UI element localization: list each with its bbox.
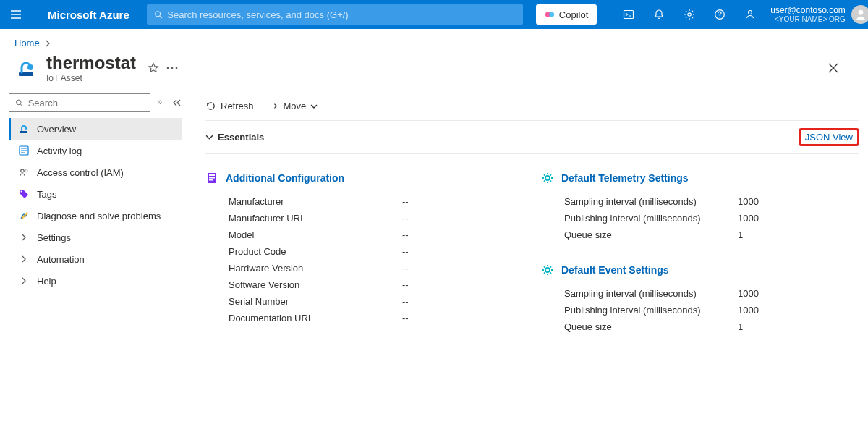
svg-point-13 [176, 67, 178, 69]
notifications-icon[interactable] [644, 0, 673, 29]
brand-label[interactable]: Microsoft Azure [48, 9, 129, 21]
settings-gear-icon[interactable] [675, 0, 704, 29]
topbar-icon-group [614, 0, 765, 29]
right-column: Default Telemetry Settings Sampling inte… [541, 172, 859, 335]
kv-value: 1000 [738, 305, 759, 316]
sidebar: Overview Activity log Access control (IA… [0, 88, 188, 335]
copilot-icon [545, 9, 555, 20]
additional-config-section: Additional Configuration Manufacturer-- … [205, 172, 524, 335]
sidebar-item-diagnose[interactable]: Diagnose and solve problems [9, 205, 182, 227]
section-header-event: Default Event Settings [541, 263, 859, 276]
global-search[interactable] [147, 4, 523, 25]
chevron-right-icon [18, 275, 30, 287]
kv-key: Hardware Version [229, 263, 402, 274]
telemetry-section: Default Telemetry Settings Sampling inte… [541, 172, 859, 243]
essentials-row: Essentials JSON View [205, 121, 859, 153]
essentials-toggle[interactable]: Essentials [205, 132, 264, 143]
chevron-down-icon [205, 133, 213, 141]
config-icon [205, 172, 218, 185]
breadcrumb-item[interactable]: Home [14, 38, 40, 48]
sidebar-item-tags[interactable]: Tags [9, 183, 182, 205]
section-title: Default Telemetry Settings [561, 172, 689, 184]
kv-key: Queue size [564, 321, 738, 332]
essentials-label: Essentials [218, 132, 264, 143]
kv-row: Sampling interval (milliseconds)1000 [541, 193, 859, 210]
sidebar-item-activity-log[interactable]: Activity log [9, 140, 182, 161]
overview-icon [18, 123, 30, 135]
move-button[interactable]: Move [268, 101, 318, 111]
toolbar: Refresh Move [205, 93, 859, 120]
svg-point-27 [545, 268, 550, 272]
iot-asset-icon [14, 56, 38, 80]
refresh-icon [205, 101, 216, 111]
svg-point-26 [545, 176, 550, 180]
svg-point-14 [16, 100, 21, 105]
search-icon [154, 10, 163, 20]
refresh-button[interactable]: Refresh [205, 101, 254, 111]
kv-row: Model-- [205, 227, 524, 243]
section-header-additional-config: Additional Configuration [205, 172, 524, 185]
sidebar-item-settings[interactable]: Settings [9, 227, 182, 248]
kv-key: Manufacturer [229, 196, 402, 207]
sidebar-item-overview[interactable]: Overview [9, 118, 182, 140]
sidebar-item-label: Diagnose and solve problems [37, 211, 161, 221]
sidebar-item-label: Tags [37, 189, 56, 200]
cloud-shell-icon[interactable] [614, 0, 643, 29]
sidebar-item-label: Automation [37, 254, 85, 265]
svg-point-0 [155, 11, 160, 16]
sidebar-item-help[interactable]: Help [9, 270, 182, 292]
page-subtitle: IoT Asset [46, 73, 136, 83]
json-view-link[interactable]: JSON View [805, 132, 853, 143]
help-icon[interactable] [705, 0, 734, 29]
content: Refresh Move Essentials JSON View [188, 88, 868, 335]
kv-value: 1000 [738, 288, 759, 299]
account-user: user@contoso.com [770, 5, 846, 15]
avatar[interactable] [851, 5, 868, 24]
svg-point-21 [21, 191, 22, 193]
kv-value: -- [402, 213, 409, 224]
feedback-icon[interactable] [736, 0, 765, 29]
kv-row: Manufacturer-- [205, 193, 524, 210]
global-search-input[interactable] [167, 9, 515, 20]
kv-key: Software Version [229, 279, 402, 290]
kv-value: -- [402, 229, 409, 240]
activity-log-icon [18, 145, 30, 156]
title-row: thermostat IoT Asset [0, 53, 868, 88]
star-icon[interactable] [148, 62, 159, 74]
section-title: Additional Configuration [226, 172, 344, 184]
kv-value: -- [402, 246, 409, 257]
move-icon [268, 101, 279, 111]
kv-row: Publishing interval (milliseconds)1000 [541, 302, 859, 318]
hamburger-menu-icon[interactable] [10, 6, 22, 23]
kv-row: Publishing interval (milliseconds)1000 [541, 210, 859, 227]
sidebar-search[interactable] [9, 93, 150, 112]
kv-row: Documentation URI-- [205, 310, 524, 326]
tags-icon [18, 188, 30, 200]
section-title: Default Event Settings [561, 264, 669, 276]
account-area[interactable]: user@contoso.com <YOUR NAME> ORG [770, 5, 868, 24]
sidebar-item-access-control[interactable]: Access control (IAM) [9, 161, 182, 183]
topbar: Microsoft Azure Copilot user@contoso.com… [0, 0, 868, 29]
svg-point-12 [171, 67, 174, 69]
kv-value: 1 [738, 321, 743, 332]
section-header-telemetry: Default Telemetry Settings [541, 172, 859, 185]
kv-key: Publishing interval (milliseconds) [564, 213, 738, 224]
kv-key: Sampling interval (milliseconds) [564, 288, 738, 299]
kv-row: Sampling interval (milliseconds)1000 [541, 285, 859, 302]
move-label: Move [284, 101, 307, 111]
chevron-right-icon [18, 232, 30, 243]
more-icon[interactable] [166, 67, 178, 69]
sidebar-search-input[interactable] [28, 98, 144, 109]
close-icon[interactable] [822, 56, 845, 80]
copilot-button[interactable]: Copilot [536, 4, 597, 25]
expand-icon[interactable] [155, 97, 166, 109]
account-text: user@contoso.com <YOUR NAME> ORG [770, 5, 846, 24]
sidebar-item-automation[interactable]: Automation [9, 248, 182, 270]
svg-point-5 [688, 13, 691, 16]
svg-rect-25 [209, 179, 213, 181]
svg-point-11 [167, 67, 169, 69]
collapse-icon[interactable] [171, 97, 182, 109]
kv-value: 1000 [738, 213, 759, 224]
page-title: thermostat [46, 53, 136, 73]
event-section: Default Event Settings Sampling interval… [541, 263, 859, 335]
